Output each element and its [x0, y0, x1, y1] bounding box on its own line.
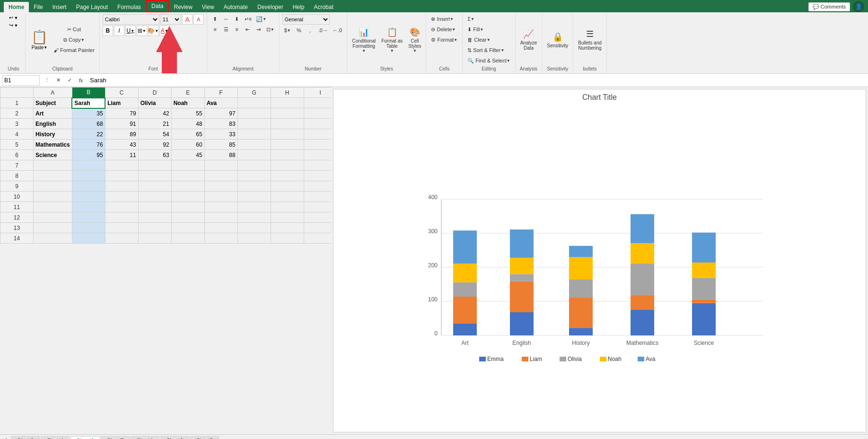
cell-A12[interactable]	[34, 212, 72, 223]
cell-H6[interactable]	[271, 150, 304, 160]
bold-button[interactable]: B	[103, 26, 113, 36]
accounting-button[interactable]: $▼	[282, 26, 293, 35]
cell-H7[interactable]	[271, 160, 304, 171]
cell-A11[interactable]	[34, 202, 72, 212]
cell-B8[interactable]	[72, 171, 105, 181]
cell-D14[interactable]	[138, 233, 171, 244]
cell-F9[interactable]	[204, 181, 237, 192]
fill-color-button[interactable]: 🎨 ▼	[148, 26, 158, 36]
decrease-indent-button[interactable]: ⇤	[243, 25, 253, 34]
cell-F14[interactable]	[204, 233, 237, 244]
cell-D7[interactable]	[138, 160, 171, 171]
cell-D8[interactable]	[138, 171, 171, 181]
increase-indent-button[interactable]: ⇥	[254, 25, 264, 34]
cell-I2[interactable]	[304, 108, 331, 119]
cell-B12[interactable]	[72, 212, 105, 223]
cell-A4[interactable]: History	[34, 129, 72, 140]
borders-button[interactable]: ⊞ ▼	[137, 26, 147, 36]
row-number-3[interactable]: 3	[0, 119, 34, 129]
cell-C10[interactable]	[105, 192, 138, 202]
cell-C1[interactable]: Liam	[105, 98, 138, 108]
tab-formulas[interactable]: Formulas	[113, 2, 146, 12]
row-number-2[interactable]: 2	[0, 108, 34, 119]
cell-D9[interactable]	[138, 181, 171, 192]
cell-D6[interactable]: 63	[138, 150, 171, 160]
cell-D5[interactable]: 92	[138, 140, 171, 150]
cell-I11[interactable]	[304, 202, 331, 212]
cell-F12[interactable]	[204, 212, 237, 223]
cell-H1[interactable]	[271, 98, 304, 108]
cell-H8[interactable]	[271, 171, 304, 181]
cell-A13[interactable]	[34, 223, 72, 233]
sheet-tab-sheet2[interactable]: Sheet2	[160, 436, 189, 439]
percent-button[interactable]: %	[294, 26, 304, 35]
cell-G1[interactable]	[237, 98, 271, 108]
cell-G5[interactable]	[237, 140, 271, 150]
cell-E2[interactable]: 55	[171, 108, 204, 119]
cell-F6[interactable]: 88	[204, 150, 237, 160]
grid-wrapper[interactable]: A B C D E F G H I J K L M	[0, 87, 331, 434]
align-middle-button[interactable]: ↔	[221, 14, 231, 24]
cell-G12[interactable]	[237, 212, 271, 223]
formula-expand-button[interactable]: ⋮	[42, 76, 52, 85]
sheet-tab-sheet6[interactable]: Sheet6	[70, 436, 100, 439]
cell-I14[interactable]	[304, 233, 331, 244]
cell-G11[interactable]	[237, 202, 271, 212]
cell-C9[interactable]	[105, 181, 138, 192]
comments-button[interactable]: 💬 Comments	[808, 2, 850, 11]
number-format-select[interactable]: General Number Currency Percentage	[282, 14, 330, 25]
cell-I4[interactable]	[304, 129, 331, 140]
cell-A9[interactable]	[34, 181, 72, 192]
cell-E11[interactable]	[171, 202, 204, 212]
cell-E8[interactable]	[171, 171, 204, 181]
sensitivity-button[interactable]: 🔒 Sensitivity	[545, 29, 570, 50]
row-number-10[interactable]: 10	[0, 192, 34, 202]
cell-E14[interactable]	[171, 233, 204, 244]
row-number-8[interactable]: 8	[0, 171, 34, 181]
cell-A5[interactable]: Mathematics	[34, 140, 72, 150]
cell-I13[interactable]	[304, 223, 331, 233]
cell-C3[interactable]: 91	[105, 119, 138, 129]
tab-home[interactable]: Home	[4, 2, 29, 12]
format-painter-button[interactable]: 🖌 Format Painter	[52, 45, 96, 55]
cell-E9[interactable]	[171, 181, 204, 192]
cell-G2[interactable]	[237, 108, 271, 119]
cell-B3[interactable]: 68	[72, 119, 105, 129]
fill-button[interactable]: ⬇ Fill ▼	[465, 25, 485, 34]
font-size-select[interactable]: 11	[160, 14, 181, 25]
cell-E4[interactable]: 65	[171, 129, 204, 140]
cell-I3[interactable]	[304, 119, 331, 129]
row-number-11[interactable]: 11	[0, 202, 34, 212]
cell-C5[interactable]: 43	[105, 140, 138, 150]
cut-button[interactable]: ✂ Cut	[52, 25, 96, 34]
cell-A7[interactable]	[34, 160, 72, 171]
sheet-tab-sheet4[interactable]: Sheet4	[41, 436, 70, 439]
row-number-9[interactable]: 9	[0, 181, 34, 192]
insert-cells-button[interactable]: ⊕ Insert ▼	[429, 14, 456, 24]
col-header-A[interactable]: A	[34, 88, 72, 98]
confirm-formula-button[interactable]: ✓	[64, 76, 75, 85]
cell-H11[interactable]	[271, 202, 304, 212]
tab-review[interactable]: Review	[169, 2, 197, 12]
cell-F11[interactable]	[204, 202, 237, 212]
row-number-1[interactable]: 1	[0, 98, 34, 108]
italic-button[interactable]: I	[114, 26, 124, 36]
cell-C6[interactable]: 11	[105, 150, 138, 160]
cell-G3[interactable]	[237, 119, 271, 129]
tab-acrobat[interactable]: Acrobat	[309, 2, 338, 12]
cell-B1[interactable]: Sarah	[72, 98, 105, 108]
increase-decimal-button[interactable]: .0→	[316, 26, 330, 35]
cell-F13[interactable]	[204, 223, 237, 233]
cell-A1[interactable]: Subject	[34, 98, 72, 108]
cell-C2[interactable]: 79	[105, 108, 138, 119]
align-left-button[interactable]: ≡	[210, 25, 220, 34]
merge-button[interactable]: ⊡ ▼	[264, 25, 276, 34]
tab-page-layout[interactable]: Page Layout	[71, 2, 113, 12]
cell-C13[interactable]	[105, 223, 138, 233]
cell-B11[interactable]	[72, 202, 105, 212]
sheet-tab-sheet3[interactable]: Sheet3	[11, 436, 40, 439]
cell-C8[interactable]	[105, 171, 138, 181]
cell-D1[interactable]: Olivia	[138, 98, 171, 108]
cell-H9[interactable]	[271, 181, 304, 192]
cell-A2[interactable]: Art	[34, 108, 72, 119]
